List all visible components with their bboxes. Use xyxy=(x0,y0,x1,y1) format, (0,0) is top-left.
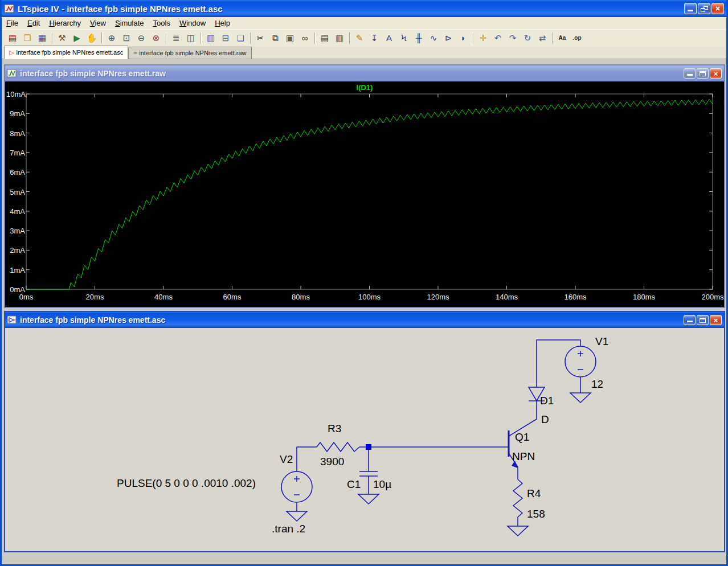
menu-bar: FileEditHierarchyViewSimulateToolsWindow… xyxy=(2,17,726,30)
toolbar-separator xyxy=(101,32,102,44)
q1-label[interactable]: Q1 xyxy=(515,431,529,444)
q1-model-label[interactable]: NPN xyxy=(512,450,535,463)
schematic-window-title: interface fpb simple NPNres emett.asc xyxy=(20,315,165,325)
trace-id1 xyxy=(26,100,713,290)
x-axis-tick-label: 180ms xyxy=(631,293,658,301)
restore-button[interactable] xyxy=(698,3,710,14)
x-axis-tick-label: 120ms xyxy=(424,293,452,301)
minimize-button[interactable] xyxy=(684,3,697,14)
wire-junction-node xyxy=(366,444,371,450)
r4-value-label[interactable]: 158 xyxy=(527,508,545,520)
schematic-canvas[interactable]: V1 12 D1 D Q1 NPN R4 158 R3 3900 V2 PULS… xyxy=(5,328,724,551)
tile-vertically-icon[interactable]: ▥ xyxy=(203,31,218,46)
place-component-icon[interactable]: ◗ xyxy=(456,31,471,46)
mdi-area: interface fpb simple NPNres emett.raw × … xyxy=(2,59,726,564)
c1-value-label[interactable]: 10µ xyxy=(373,478,391,491)
schematic-window-icon xyxy=(7,315,17,325)
r3-label[interactable]: R3 xyxy=(328,423,341,435)
schematic-minimize-button[interactable] xyxy=(684,315,696,325)
maximize-icon xyxy=(700,71,706,76)
zoom-out-icon[interactable]: ⊖ xyxy=(134,31,149,46)
place-diode-icon[interactable]: ⊳ xyxy=(441,31,456,46)
zoom-full-extents-icon[interactable]: ⊗ xyxy=(149,31,163,46)
control-panel-icon[interactable]: ⚒ xyxy=(55,31,69,46)
toolbar-separator xyxy=(314,32,315,44)
print-preview-icon[interactable]: ▤ xyxy=(317,31,332,46)
menu-hierarchy[interactable]: Hierarchy xyxy=(44,18,85,28)
menu-help[interactable]: Help xyxy=(210,18,235,28)
print-icon[interactable]: ▥ xyxy=(332,31,347,46)
wave-client: I(D1) 10mA9mA8mA7mA6mA5mA4mA3mA2mA1mA0mA… xyxy=(5,81,724,307)
zoom-region-icon[interactable]: ⊡ xyxy=(119,31,134,46)
copy-icon[interactable]: ⧉ xyxy=(268,31,283,46)
waveform-window-title-bar[interactable]: interface fpb simple NPNres emett.raw × xyxy=(5,65,724,81)
find-icon[interactable]: ∞ xyxy=(297,31,312,46)
rotate-icon[interactable]: ↻ xyxy=(520,31,535,46)
schematic-maximize-button[interactable] xyxy=(697,315,709,325)
menu-edit[interactable]: Edit xyxy=(23,18,44,28)
schematic-window-title-bar[interactable]: interface fpb simple NPNres emett.asc × xyxy=(5,312,724,328)
toolbar-separator xyxy=(166,32,166,44)
cascade-windows-icon[interactable]: ❏ xyxy=(233,31,248,46)
menu-view[interactable]: View xyxy=(85,18,111,28)
new-schematic-icon[interactable]: ▤ xyxy=(5,31,20,46)
d1-model-label[interactable]: D xyxy=(541,413,549,426)
r3-value-label[interactable]: 3900 xyxy=(320,456,344,468)
y-axis-tick-label: 4mA xyxy=(6,207,25,216)
x-axis-tick-label: 200ms xyxy=(699,293,724,301)
tran-directive-label[interactable]: .tran .2 xyxy=(272,523,305,535)
waveform-close-button[interactable]: × xyxy=(710,68,722,79)
r4-label[interactable]: R4 xyxy=(527,487,541,500)
open-file-icon[interactable]: ❒ xyxy=(20,31,35,46)
waveform-maximize-button[interactable] xyxy=(697,68,709,79)
mirror-icon[interactable]: ⇄ xyxy=(535,31,550,46)
v2-value-label[interactable]: PULSE(0 5 0 0 0 .0010 .002) xyxy=(117,477,256,490)
place-capacitor-icon[interactable]: ╫ xyxy=(411,31,426,46)
v1-value-label[interactable]: 12 xyxy=(591,378,603,391)
place-net-label-icon[interactable]: A xyxy=(382,31,396,46)
spice-directive-icon[interactable]: .op xyxy=(570,31,584,46)
move-icon[interactable]: ✛ xyxy=(476,31,490,46)
save-icon[interactable]: ▦ xyxy=(35,31,50,46)
d1-label[interactable]: D1 xyxy=(540,395,554,407)
x-axis-tick-label: 20ms xyxy=(81,293,109,301)
cut-icon[interactable]: ✂ xyxy=(253,31,268,46)
waveform-minimize-button[interactable] xyxy=(684,68,696,79)
menu-window[interactable]: Window xyxy=(175,18,210,28)
menu-file[interactable]: File xyxy=(2,18,23,28)
paste-icon[interactable]: ▣ xyxy=(283,31,297,46)
x-axis-tick-label: 80ms xyxy=(287,293,314,301)
redo-icon[interactable]: ↷ xyxy=(505,31,520,46)
tile-horizontally-icon[interactable]: ⊟ xyxy=(218,31,233,46)
v1-label[interactable]: V1 xyxy=(595,335,608,348)
close-button[interactable]: × xyxy=(711,3,724,14)
close-icon: × xyxy=(714,69,718,78)
tab-bar: ▷ interface fpb simple NPNres emett.asc … xyxy=(2,46,726,59)
draw-wire-icon[interactable]: ✎ xyxy=(352,31,367,46)
tab-schematic[interactable]: ▷ interface fpb simple NPNres emett.asc xyxy=(4,46,128,59)
tab-waveform[interactable]: ≈ interface fpb simple NPNres emett.raw xyxy=(128,47,251,59)
ground-symbol-r4 xyxy=(508,526,528,536)
place-resistor-icon[interactable]: Ϟ xyxy=(396,31,411,46)
place-ground-icon[interactable]: ↧ xyxy=(367,31,382,46)
menu-tools[interactable]: Tools xyxy=(149,18,175,28)
undo-icon[interactable]: ↶ xyxy=(490,31,505,46)
schematic-doc-icon: ▷ xyxy=(9,50,14,56)
halt-icon[interactable]: ✋ xyxy=(84,31,99,46)
plot-settings-icon[interactable]: ◫ xyxy=(183,31,198,46)
v2-label[interactable]: V2 xyxy=(280,453,293,466)
c1-label[interactable]: C1 xyxy=(347,478,361,491)
text-icon[interactable]: Aa xyxy=(555,31,570,46)
zoom-in-icon[interactable]: ⊕ xyxy=(104,31,119,46)
r3-resistor-symbol xyxy=(317,442,359,452)
spice-netlist-icon[interactable]: ≣ xyxy=(169,31,183,46)
schematic-close-button[interactable]: × xyxy=(710,315,722,325)
menu-simulate[interactable]: Simulate xyxy=(111,18,149,28)
waveform-plot[interactable] xyxy=(5,81,724,307)
trace-legend[interactable]: I(D1) xyxy=(5,83,724,92)
main-title-bar[interactable]: LTspice IV - interface fpb simple NPNres… xyxy=(2,0,726,17)
place-inductor-icon[interactable]: ∿ xyxy=(426,31,441,46)
y-axis-tick-label: 8mA xyxy=(6,129,25,138)
run-icon[interactable]: ▶ xyxy=(69,31,84,46)
toolbar-separator xyxy=(52,32,52,44)
